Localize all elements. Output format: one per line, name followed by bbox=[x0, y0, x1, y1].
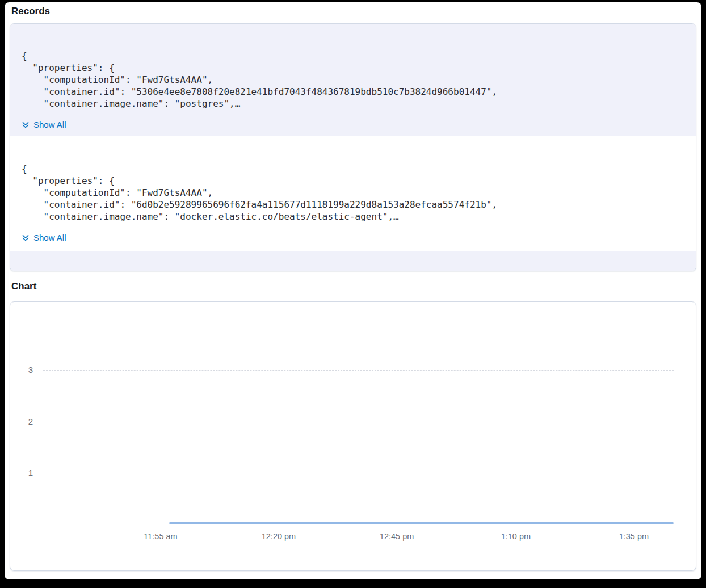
y-gridline bbox=[43, 422, 674, 422]
show-all-label: Show All bbox=[33, 120, 66, 129]
double-chevron-down-icon bbox=[22, 121, 30, 129]
x-axis-tick bbox=[279, 524, 279, 528]
x-axis-tick bbox=[634, 524, 634, 528]
x-gridline bbox=[279, 318, 279, 524]
x-axis-line bbox=[43, 524, 674, 524]
records-panel: { "properties": { "computationId": "Fwd7… bbox=[10, 23, 696, 271]
chart-card: 12311:55 am12:20 pm12:45 pm1:10 pm1:35 p… bbox=[10, 301, 696, 571]
x-gridline bbox=[397, 318, 397, 524]
x-axis-tick bbox=[516, 524, 516, 528]
record-item: { "properties": { "computationId": "Fwd7… bbox=[10, 136, 696, 251]
x-axis-tick-label: 12:20 pm bbox=[245, 531, 313, 541]
x-axis-tick-label: 1:35 pm bbox=[600, 531, 668, 541]
record-item-partial bbox=[10, 251, 696, 271]
y-axis-tick-label: 1 bbox=[17, 467, 33, 478]
x-gridline bbox=[516, 318, 516, 524]
code-line: "container.id": "6d0b2e59289965696f62fa4… bbox=[22, 199, 684, 211]
double-chevron-down-icon bbox=[22, 234, 30, 242]
x-axis-tick bbox=[397, 524, 397, 528]
y-axis-tick-label: 3 bbox=[17, 364, 33, 376]
code-line: "computationId": "Fwd7GtsA4AA", bbox=[22, 74, 684, 86]
show-all-button[interactable]: Show All bbox=[20, 119, 68, 131]
code-line: "container.image.name": "postgres",… bbox=[22, 98, 684, 110]
record-item: { "properties": { "computationId": "Fwd7… bbox=[10, 24, 696, 136]
x-axis-tick-label: 1:10 pm bbox=[482, 531, 550, 541]
code-line: "properties": { bbox=[22, 175, 684, 187]
page: Records { "properties": { "computationId… bbox=[5, 2, 701, 579]
chart-series-line bbox=[169, 522, 674, 524]
y-gridline bbox=[43, 473, 674, 473]
record-code: { "properties": { "computationId": "Fwd7… bbox=[22, 50, 684, 110]
show-all-label: Show All bbox=[33, 233, 66, 242]
code-line: "container.id": "5306e4ee8e7808f20e821e4… bbox=[22, 86, 684, 98]
show-all-button[interactable]: Show All bbox=[20, 232, 68, 243]
x-axis-tick-label: 11:55 am bbox=[127, 531, 195, 541]
record-code: { "properties": { "computationId": "Fwd7… bbox=[22, 163, 684, 222]
code-line: "properties": { bbox=[22, 62, 684, 74]
y-axis-tick-label: 2 bbox=[17, 416, 33, 427]
x-axis-tick bbox=[161, 524, 161, 528]
records-heading: Records bbox=[11, 6, 701, 17]
x-gridline bbox=[634, 318, 634, 524]
x-gridline bbox=[161, 318, 161, 524]
y-axis-line bbox=[43, 524, 43, 529]
code-line: { bbox=[22, 163, 684, 175]
chart-heading: Chart bbox=[11, 281, 701, 292]
code-line: "computationId": "Fwd7GtsA4AA", bbox=[22, 187, 684, 199]
code-line: { bbox=[22, 50, 684, 62]
y-gridline bbox=[43, 370, 674, 371]
chart-plot: 12311:55 am12:20 pm12:45 pm1:10 pm1:35 p… bbox=[43, 318, 674, 524]
x-axis-tick-label: 12:45 pm bbox=[363, 531, 431, 541]
code-line: "container.image.name": "docker.elastic.… bbox=[22, 211, 684, 222]
